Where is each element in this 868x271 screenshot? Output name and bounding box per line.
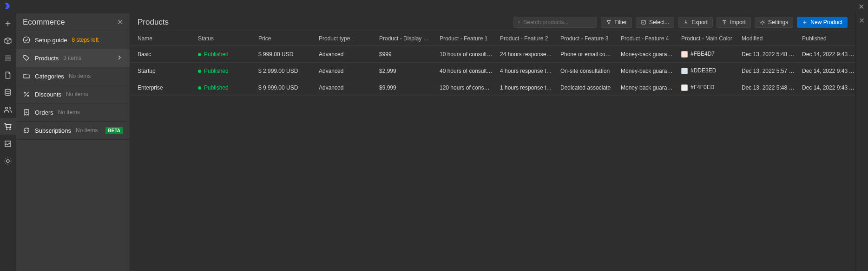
new-product-button[interactable]: New Product — [797, 17, 848, 28]
import-button[interactable]: Import — [717, 17, 751, 28]
sidebar-item-meta: 3 items — [63, 55, 81, 61]
table-row[interactable]: EnterprisePublished$ 9,999.00 USDAdvance… — [130, 79, 855, 96]
users-icon[interactable] — [0, 101, 16, 117]
products-table: Name Status Price Product type Product -… — [130, 31, 855, 271]
sidebar-item-categories[interactable]: CategoriesNo items — [16, 67, 130, 85]
col-price[interactable]: Price — [255, 35, 315, 42]
sidepanel-title: Ecommerce — [23, 18, 117, 27]
select-button[interactable]: Select... — [636, 17, 674, 28]
table-header: Name Status Price Product type Product -… — [130, 31, 855, 46]
search-box[interactable] — [513, 17, 597, 28]
sidebar-item-label: Setup guide — [35, 37, 67, 44]
sidebar-item-label: Orders — [35, 109, 53, 116]
page-title: Products — [138, 18, 510, 27]
sidebar-item-meta: No items — [66, 91, 88, 97]
right-gutter: ✕ — [855, 13, 868, 271]
cell-feature-1: 10 hours of consultati... — [436, 51, 496, 58]
search-input[interactable] — [523, 19, 593, 26]
sidebar-item-discounts[interactable]: DiscountsNo items — [16, 85, 130, 103]
table-row[interactable]: BasicPublished$ 999.00 USDAdvanced$99910… — [130, 46, 855, 63]
navigator-icon[interactable] — [0, 50, 16, 66]
gear-icon — [760, 19, 765, 25]
sidebar-item-meta: 8 steps left — [72, 37, 99, 43]
sidebar-item-label: Categories — [35, 73, 64, 80]
col-published[interactable]: Published — [798, 35, 855, 42]
sidebar-item-subscriptions[interactable]: SubscriptionsNo itemsBETA — [16, 122, 130, 140]
cell-name: Basic — [134, 51, 194, 58]
cell-modified: Dec 13, 2022 5:48 PM — [738, 51, 798, 58]
cell-type: Advanced — [315, 68, 375, 74]
col-display-price[interactable]: Product - Display Price — [375, 35, 436, 42]
col-status[interactable]: Status — [194, 35, 255, 42]
check-circle-icon — [23, 36, 30, 44]
cell-price: $ 999.00 USD — [255, 51, 315, 58]
chevron-right-icon — [116, 54, 123, 63]
plus-icon — [802, 19, 808, 25]
assets-icon[interactable] — [0, 136, 16, 152]
sidebar-item-setup-guide[interactable]: Setup guide8 steps left — [16, 31, 130, 49]
cell-color: #FBE4D7 — [677, 51, 738, 58]
table-row[interactable]: StartupPublished$ 2,999.00 USDAdvanced$2… — [130, 63, 855, 79]
topbar: ✕ — [0, 0, 868, 13]
cell-feature-1: 120 hours of consulta... — [436, 84, 496, 91]
cell-published: Dec 14, 2022 9:43 AM — [798, 51, 855, 58]
box-icon[interactable] — [0, 32, 16, 49]
col-feature-1[interactable]: Product - Feature 1 — [436, 35, 496, 42]
refresh-icon — [23, 127, 30, 134]
content-area: Products Filter Select... Export Import … — [130, 13, 855, 271]
webflow-logo-icon[interactable] — [4, 2, 12, 12]
cell-feature-4: Money-back guarantee — [617, 51, 677, 58]
tag-icon — [23, 54, 30, 62]
cell-feature-1: 40 hours of consultat... — [436, 68, 496, 74]
cell-display-price: $9,999 — [375, 84, 436, 91]
cell-published: Dec 14, 2022 9:43 AM — [798, 68, 855, 74]
col-main-color[interactable]: Product - Main Color — [677, 35, 738, 42]
col-modified[interactable]: Modified — [738, 35, 798, 42]
col-type[interactable]: Product type — [315, 35, 375, 42]
col-feature-4[interactable]: Product - Feature 4 — [617, 35, 677, 42]
search-icon — [518, 19, 520, 25]
sidebar-item-orders[interactable]: OrdersNo items — [16, 103, 130, 122]
cell-color: #F4F0ED — [677, 84, 738, 91]
cell-type: Advanced — [315, 84, 375, 91]
sidepanel-close-icon[interactable]: ✕ — [117, 18, 123, 26]
percent-icon — [23, 90, 30, 98]
col-feature-3[interactable]: Product - Feature 3 — [557, 35, 617, 42]
cell-feature-3: Dedicated associate — [557, 84, 617, 91]
left-icon-strip — [0, 13, 16, 271]
cms-icon[interactable] — [0, 84, 16, 100]
cell-feature-4: Money-back guarantee — [617, 84, 677, 91]
sidebar-item-meta: No items — [76, 127, 98, 134]
settings-icon[interactable] — [0, 153, 16, 169]
topbar-close-icon[interactable]: ✕ — [858, 2, 864, 11]
export-icon — [683, 19, 689, 25]
receipt-icon — [23, 109, 30, 116]
sidebar-item-products[interactable]: Products3 items — [16, 49, 130, 67]
sidebar-item-label: Discounts — [35, 91, 61, 98]
cell-price: $ 2,999.00 USD — [255, 68, 315, 74]
cell-status: Published — [194, 68, 255, 74]
export-button[interactable]: Export — [678, 17, 713, 28]
cell-modified: Dec 13, 2022 5:48 PM — [738, 84, 798, 91]
sidebar-item-meta: No items — [69, 73, 91, 79]
cell-name: Enterprise — [134, 84, 194, 91]
cell-feature-3: On-site consultation — [557, 68, 617, 74]
ecommerce-icon[interactable] — [0, 118, 16, 135]
right-panel-close-icon[interactable]: ✕ — [859, 16, 865, 25]
check-square-icon — [641, 19, 646, 25]
pages-icon[interactable] — [0, 67, 16, 83]
cell-name: Startup — [134, 68, 194, 74]
sidebar-item-label: Subscriptions — [35, 127, 71, 134]
filter-button[interactable]: Filter — [601, 17, 632, 28]
cell-published: Dec 14, 2022 9:43 AM — [798, 84, 855, 91]
settings-button[interactable]: Settings — [755, 17, 793, 28]
col-feature-2[interactable]: Product - Feature 2 — [496, 35, 557, 42]
cell-price: $ 9,999.00 USD — [255, 84, 315, 91]
add-icon[interactable] — [0, 15, 16, 32]
cell-feature-2: 4 hours response time — [496, 68, 557, 74]
sidebar-item-meta: No items — [58, 109, 80, 116]
cell-feature-4: Money-back guarantee — [617, 68, 677, 74]
col-name[interactable]: Name — [134, 35, 194, 42]
cell-color: #DDE3ED — [677, 67, 738, 74]
folder-icon — [23, 72, 30, 80]
